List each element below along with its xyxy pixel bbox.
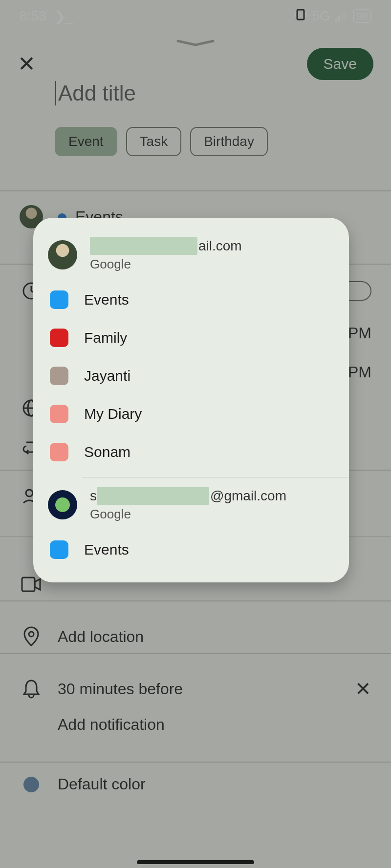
account-avatar-icon <box>48 490 77 519</box>
calendar-option[interactable]: Jayanti <box>33 357 349 395</box>
account-provider: Google <box>90 507 286 522</box>
calendar-option-label: Family <box>84 330 127 346</box>
calendar-swatch-icon <box>50 329 68 347</box>
calendar-option-label: My Diary <box>84 406 142 422</box>
calendar-option-label: Events <box>84 291 129 308</box>
calendar-option-label: Events <box>84 541 129 558</box>
account-header-1: s@gmail.com Google <box>33 482 349 531</box>
account-email: ail.com <box>90 237 242 255</box>
popover-divider <box>82 477 349 477</box>
account-header-0: ail.com Google <box>33 232 349 281</box>
calendar-swatch-icon <box>50 540 68 559</box>
redacted-email-part <box>90 237 197 255</box>
account-provider: Google <box>90 257 242 272</box>
account-email: s@gmail.com <box>90 487 286 505</box>
calendar-option[interactable]: Family <box>33 319 349 357</box>
calendar-swatch-icon <box>50 367 68 385</box>
calendar-swatch-icon <box>50 443 68 461</box>
calendar-option[interactable]: Sonam <box>33 433 349 471</box>
calendar-swatch-icon <box>50 290 68 309</box>
account-avatar-icon <box>48 240 77 269</box>
event-editor-screen: 8:53 ❯_ 5G 98 ✕ Save Event Task Birthday… <box>0 0 391 868</box>
calendar-option[interactable]: My Diary <box>33 395 349 433</box>
calendar-option[interactable]: Events <box>33 531 349 569</box>
calendar-option-label: Sonam <box>84 444 130 460</box>
calendar-option[interactable]: Events <box>33 281 349 319</box>
redacted-email-part <box>97 487 209 505</box>
calendar-swatch-icon <box>50 405 68 423</box>
calendar-option-label: Jayanti <box>84 368 130 384</box>
calendar-picker-popover: ail.com Google Events Family Jayanti My … <box>33 218 349 582</box>
